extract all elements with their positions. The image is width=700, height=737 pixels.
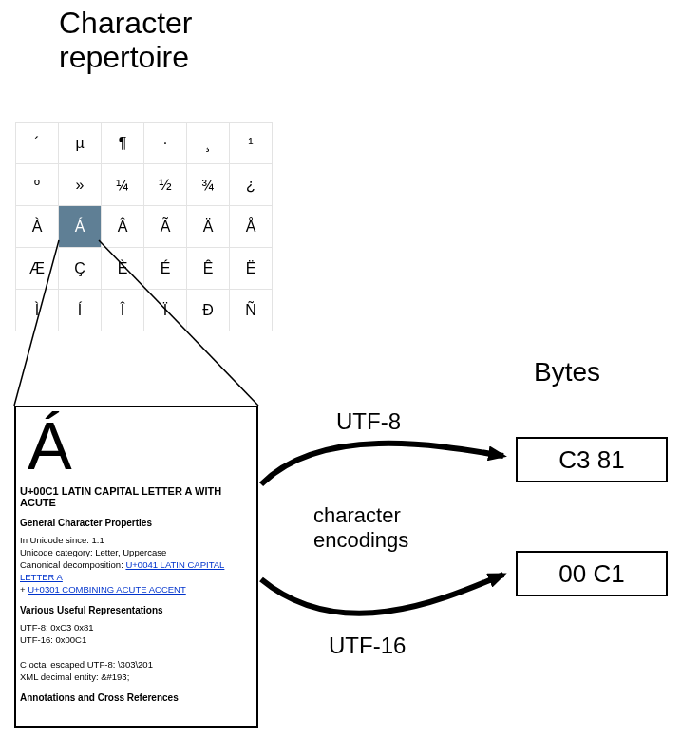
char-cell[interactable]: Ê	[187, 248, 230, 290]
encodings-line-1: character	[313, 503, 401, 527]
repr-utf16: UTF-16: 0x00C1	[20, 634, 86, 645]
char-cell[interactable]: Ã	[144, 206, 187, 248]
char-cell[interactable]: ·	[144, 123, 187, 164]
title-block: Character repertoire	[59, 6, 193, 74]
encodings-line-2: encodings	[313, 528, 408, 552]
char-cell[interactable]: Í	[59, 290, 102, 331]
bytes-heading: Bytes	[534, 357, 600, 387]
char-cell[interactable]: ¸	[187, 123, 230, 164]
encodings-label: character encodings	[313, 503, 408, 553]
char-cell[interactable]: »	[59, 164, 102, 206]
general-properties-block: In Unicode since: 1.1 Unicode category: …	[20, 534, 253, 595]
char-cell[interactable]: ¾	[187, 164, 230, 206]
canonical-decomposition-label: Canonical decomposition:	[20, 559, 125, 570]
char-cell[interactable]: ¶	[102, 123, 144, 164]
annotations-heading: Annotations and Cross References	[20, 692, 253, 703]
detail-big-glyph: Á	[20, 413, 253, 480]
unicode-category: Unicode category: Letter, Uppercase	[20, 547, 166, 557]
character-detail-panel: Á U+00C1 LATIN CAPITAL LETTER A WITH ACU…	[14, 406, 258, 728]
bytes-utf16-box: 00 C1	[516, 551, 668, 596]
bytes-utf8-box: C3 81	[516, 437, 668, 482]
char-cell[interactable]: Ë	[230, 248, 273, 290]
title-line-1: Character	[59, 6, 193, 40]
bytes-utf16-value: 00 C1	[558, 559, 624, 589]
char-cell[interactable]: Ì	[16, 290, 59, 331]
char-cell[interactable]: Ä	[187, 206, 230, 248]
char-cell[interactable]: Ï	[144, 290, 187, 331]
char-cell[interactable]: È	[102, 248, 144, 290]
char-cell[interactable]: º	[16, 164, 59, 206]
char-cell[interactable]: Â	[102, 206, 144, 248]
diagram-canvas: Character repertoire ´µ¶·¸¹º»¼½¾¿ÀÁÂÃÄÅÆ…	[0, 0, 700, 737]
repr-xml: XML decimal entity: &#193;	[20, 671, 129, 682]
repr-utf8: UTF-8: 0xC3 0x81	[20, 622, 94, 633]
detail-codepoint-name: U+00C1 LATIN CAPITAL LETTER A WITH ACUTE	[20, 485, 253, 508]
char-cell[interactable]: Ç	[59, 248, 102, 290]
useful-representations-block: UTF-8: 0xC3 0x81 UTF-16: 0x00C1 C octal …	[20, 621, 253, 683]
char-cell[interactable]: ¼	[102, 164, 144, 206]
char-cell[interactable]: ´	[16, 123, 59, 164]
useful-representations-heading: Various Useful Representations	[20, 605, 253, 615]
char-cell[interactable]: À	[16, 206, 59, 248]
utf16-label: UTF-16	[329, 633, 406, 659]
char-cell[interactable]: Ð	[187, 290, 230, 331]
char-cell[interactable]: µ	[59, 123, 102, 164]
unicode-since: In Unicode since: 1.1	[20, 535, 104, 545]
char-cell[interactable]: Á	[59, 206, 102, 248]
char-cell[interactable]: ¿	[230, 164, 273, 206]
utf8-label: UTF-8	[336, 408, 401, 435]
char-cell[interactable]: ¹	[230, 123, 273, 164]
char-cell[interactable]: ½	[144, 164, 187, 206]
character-repertoire-grid: ´µ¶·¸¹º»¼½¾¿ÀÁÂÃÄÅÆÇÈÉÊËÌÍÎÏÐÑ	[15, 122, 273, 331]
char-cell[interactable]: É	[144, 248, 187, 290]
char-cell[interactable]: Ñ	[230, 290, 273, 331]
general-properties-heading: General Character Properties	[20, 518, 253, 528]
title-line-2: repertoire	[59, 40, 189, 74]
char-cell[interactable]: Æ	[16, 248, 59, 290]
char-cell[interactable]: Å	[230, 206, 273, 248]
bytes-utf8-value: C3 81	[558, 445, 624, 475]
decomp-link-accent[interactable]: U+0301 COMBINING ACUTE ACCENT	[28, 584, 186, 595]
repr-octal: C octal escaped UTF-8: \303\201	[20, 659, 153, 670]
char-cell[interactable]: Î	[102, 290, 144, 331]
decomp-plus: +	[20, 584, 28, 595]
